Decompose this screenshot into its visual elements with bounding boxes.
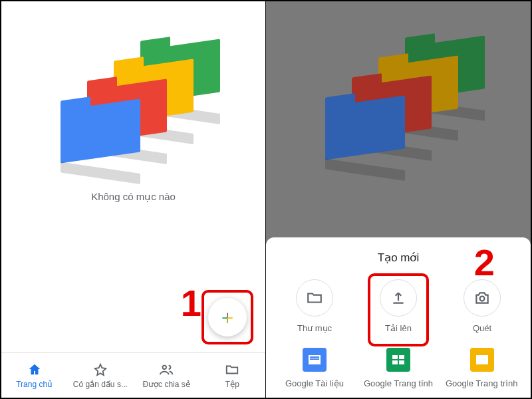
screenshot-step-1: Không có mục nào 1 ＋ Trang chủ Có gắn dấ…: [1, 1, 266, 398]
bottom-nav: Trang chủ Có gắn dấu s... Được chia sẻ T…: [1, 352, 265, 398]
nav-starred-label: Có gắn dấu s...: [73, 380, 128, 389]
nav-shared-label: Được chia sẻ: [142, 380, 190, 389]
create-bottom-sheet: Tạo mới 2 Thư mục Tải lên: [266, 237, 531, 398]
nav-home-label: Trang chủ: [16, 380, 53, 389]
action-folder-label: Thư mục: [297, 323, 332, 333]
nav-files[interactable]: Tệp: [200, 353, 265, 398]
google-slides-icon: [470, 348, 494, 372]
action-google-sheets[interactable]: Google Trang tính: [356, 348, 440, 388]
annotation-highlight-2: [368, 273, 429, 346]
screenshot-step-2: Tạo mới 2 Thư mục Tải lên: [266, 1, 531, 398]
google-docs-icon: [303, 348, 327, 372]
annotation-number-1: 1: [181, 281, 201, 325]
nav-shared[interactable]: Được chia sẻ: [134, 353, 200, 398]
dimmed-background-illustration: [319, 35, 478, 168]
svg-point-0: [480, 297, 485, 301]
plus-icon: ＋: [217, 307, 237, 327]
empty-state-text: Không có mục nào: [1, 191, 265, 203]
empty-state-illustration: [54, 38, 213, 171]
nav-home[interactable]: Trang chủ: [1, 353, 67, 398]
folder-outline-icon: [296, 279, 333, 317]
action-scan-label: Quét: [473, 323, 491, 333]
fab-create-button[interactable]: ＋: [208, 298, 247, 336]
action-sheets-label: Google Trang tính: [364, 378, 433, 388]
folder-icon: [225, 362, 239, 377]
nav-files-label: Tệp: [225, 380, 239, 389]
action-slides-label: Google Trang trình bày: [446, 378, 519, 388]
nav-starred[interactable]: Có gắn dấu s...: [67, 353, 133, 398]
google-sheets-icon: [386, 348, 410, 372]
action-google-docs[interactable]: Google Tài liệu: [273, 348, 356, 388]
action-folder[interactable]: Thư mục: [273, 279, 356, 333]
action-scan[interactable]: Quét: [440, 279, 524, 333]
action-docs-label: Google Tài liệu: [285, 378, 344, 388]
annotation-number-2: 2: [474, 241, 495, 284]
people-icon: [159, 362, 174, 377]
home-icon: [27, 362, 42, 377]
action-google-slides[interactable]: Google Trang trình bày: [440, 348, 524, 388]
camera-icon: [464, 279, 501, 317]
star-icon: [93, 362, 108, 377]
